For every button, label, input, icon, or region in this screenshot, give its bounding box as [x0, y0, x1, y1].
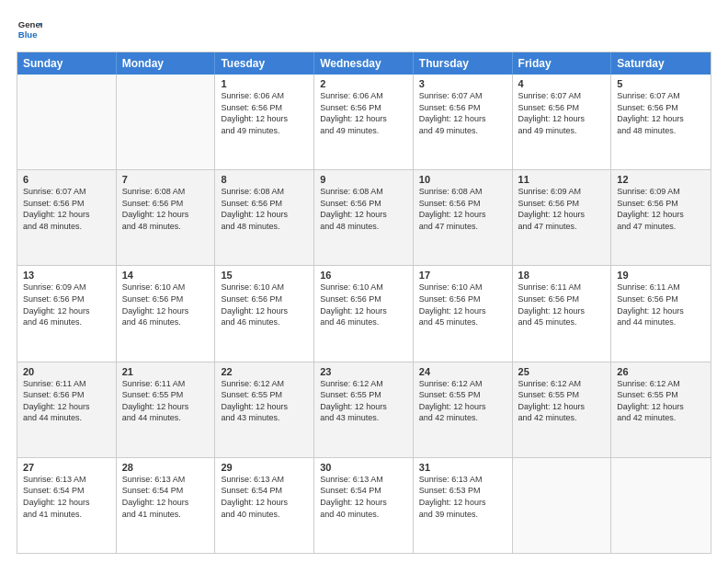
day-cell-14: 14Sunrise: 6:10 AM Sunset: 6:56 PM Dayli… — [117, 266, 216, 361]
calendar-row-4: 20Sunrise: 6:11 AM Sunset: 6:56 PM Dayli… — [17, 362, 711, 458]
day-info: Sunrise: 6:13 AM Sunset: 6:54 PM Dayligh… — [221, 474, 308, 520]
day-cell-4: 4Sunrise: 6:07 AM Sunset: 6:56 PM Daylig… — [513, 75, 612, 169]
day-number: 3 — [419, 78, 506, 89]
day-number: 28 — [122, 462, 210, 473]
day-number: 14 — [122, 270, 210, 281]
day-cell-7: 7Sunrise: 6:08 AM Sunset: 6:56 PM Daylig… — [117, 170, 216, 265]
day-cell-25: 25Sunrise: 6:12 AM Sunset: 6:55 PM Dayli… — [513, 362, 612, 457]
day-number: 20 — [23, 366, 110, 377]
header-cell-wednesday: Wednesday — [314, 52, 414, 75]
day-info: Sunrise: 6:12 AM Sunset: 6:55 PM Dayligh… — [221, 378, 308, 424]
day-info: Sunrise: 6:13 AM Sunset: 6:54 PM Dayligh… — [23, 474, 110, 520]
calendar-row-5: 27Sunrise: 6:13 AM Sunset: 6:54 PM Dayli… — [17, 458, 711, 553]
day-info: Sunrise: 6:06 AM Sunset: 6:56 PM Dayligh… — [221, 90, 308, 136]
day-info: Sunrise: 6:11 AM Sunset: 6:56 PM Dayligh… — [23, 378, 110, 424]
day-cell-29: 29Sunrise: 6:13 AM Sunset: 6:54 PM Dayli… — [215, 458, 314, 553]
day-number: 25 — [518, 366, 606, 377]
day-info: Sunrise: 6:12 AM Sunset: 6:55 PM Dayligh… — [518, 378, 606, 424]
day-cell-31: 31Sunrise: 6:13 AM Sunset: 6:53 PM Dayli… — [414, 458, 513, 553]
day-number: 6 — [23, 174, 110, 185]
day-info: Sunrise: 6:13 AM Sunset: 6:54 PM Dayligh… — [320, 474, 407, 520]
day-info: Sunrise: 6:09 AM Sunset: 6:56 PM Dayligh… — [23, 282, 110, 327]
day-info: Sunrise: 6:07 AM Sunset: 6:56 PM Dayligh… — [23, 186, 110, 232]
day-cell-27: 27Sunrise: 6:13 AM Sunset: 6:54 PM Dayli… — [17, 458, 117, 553]
day-cell-15: 15Sunrise: 6:10 AM Sunset: 6:56 PM Dayli… — [215, 266, 314, 361]
day-number: 8 — [221, 174, 308, 185]
day-cell-23: 23Sunrise: 6:12 AM Sunset: 6:55 PM Dayli… — [314, 362, 414, 457]
header-cell-monday: Monday — [117, 52, 216, 75]
day-cell-21: 21Sunrise: 6:11 AM Sunset: 6:55 PM Dayli… — [117, 362, 216, 457]
header-cell-sunday: Sunday — [17, 52, 117, 75]
day-info: Sunrise: 6:08 AM Sunset: 6:56 PM Dayligh… — [122, 186, 210, 232]
calendar-header: SundayMondayTuesdayWednesdayThursdayFrid… — [17, 52, 711, 75]
header-cell-thursday: Thursday — [414, 52, 513, 75]
day-cell-1: 1Sunrise: 6:06 AM Sunset: 6:56 PM Daylig… — [215, 75, 314, 169]
day-cell-28: 28Sunrise: 6:13 AM Sunset: 6:54 PM Dayli… — [117, 458, 216, 553]
day-info: Sunrise: 6:07 AM Sunset: 6:56 PM Dayligh… — [617, 90, 705, 136]
day-info: Sunrise: 6:10 AM Sunset: 6:56 PM Dayligh… — [320, 282, 407, 327]
svg-text:Blue: Blue — [18, 29, 38, 40]
empty-cell — [17, 75, 117, 169]
day-info: Sunrise: 6:07 AM Sunset: 6:56 PM Dayligh… — [518, 90, 606, 136]
day-info: Sunrise: 6:09 AM Sunset: 6:56 PM Dayligh… — [617, 186, 705, 232]
day-number: 31 — [419, 462, 506, 473]
day-cell-20: 20Sunrise: 6:11 AM Sunset: 6:56 PM Dayli… — [17, 362, 117, 457]
day-number: 26 — [617, 366, 705, 377]
page-header: General Blue — [17, 17, 711, 42]
day-info: Sunrise: 6:08 AM Sunset: 6:56 PM Dayligh… — [320, 186, 407, 232]
day-number: 7 — [122, 174, 210, 185]
header-cell-tuesday: Tuesday — [215, 52, 314, 75]
day-info: Sunrise: 6:07 AM Sunset: 6:56 PM Dayligh… — [419, 90, 506, 136]
day-cell-18: 18Sunrise: 6:11 AM Sunset: 6:56 PM Dayli… — [513, 266, 612, 361]
day-cell-3: 3Sunrise: 6:07 AM Sunset: 6:56 PM Daylig… — [414, 75, 513, 169]
day-number: 21 — [122, 366, 210, 377]
day-number: 29 — [221, 462, 308, 473]
day-info: Sunrise: 6:10 AM Sunset: 6:56 PM Dayligh… — [419, 282, 506, 327]
day-number: 12 — [617, 174, 705, 185]
day-info: Sunrise: 6:06 AM Sunset: 6:56 PM Dayligh… — [320, 90, 407, 136]
day-cell-11: 11Sunrise: 6:09 AM Sunset: 6:56 PM Dayli… — [513, 170, 612, 265]
day-cell-6: 6Sunrise: 6:07 AM Sunset: 6:56 PM Daylig… — [17, 170, 117, 265]
day-number: 1 — [221, 78, 308, 89]
day-cell-16: 16Sunrise: 6:10 AM Sunset: 6:56 PM Dayli… — [314, 266, 414, 361]
day-info: Sunrise: 6:13 AM Sunset: 6:54 PM Dayligh… — [122, 474, 210, 520]
day-cell-26: 26Sunrise: 6:12 AM Sunset: 6:55 PM Dayli… — [611, 362, 711, 457]
day-cell-8: 8Sunrise: 6:08 AM Sunset: 6:56 PM Daylig… — [215, 170, 314, 265]
svg-text:General: General — [18, 19, 42, 29]
empty-cell — [117, 75, 216, 169]
day-cell-17: 17Sunrise: 6:10 AM Sunset: 6:56 PM Dayli… — [414, 266, 513, 361]
day-number: 4 — [518, 78, 606, 89]
day-info: Sunrise: 6:10 AM Sunset: 6:56 PM Dayligh… — [122, 282, 210, 327]
logo: General Blue — [17, 17, 42, 42]
header-cell-saturday: Saturday — [611, 52, 711, 75]
day-cell-19: 19Sunrise: 6:11 AM Sunset: 6:56 PM Dayli… — [611, 266, 711, 361]
day-number: 11 — [518, 174, 606, 185]
day-number: 27 — [23, 462, 110, 473]
day-number: 13 — [23, 270, 110, 281]
day-number: 23 — [320, 366, 407, 377]
day-number: 15 — [221, 270, 308, 281]
day-info: Sunrise: 6:12 AM Sunset: 6:55 PM Dayligh… — [617, 378, 705, 424]
day-cell-22: 22Sunrise: 6:12 AM Sunset: 6:55 PM Dayli… — [215, 362, 314, 457]
calendar-row-2: 6Sunrise: 6:07 AM Sunset: 6:56 PM Daylig… — [17, 170, 711, 266]
day-info: Sunrise: 6:08 AM Sunset: 6:56 PM Dayligh… — [221, 186, 308, 232]
day-info: Sunrise: 6:13 AM Sunset: 6:53 PM Dayligh… — [419, 474, 506, 520]
day-number: 19 — [617, 270, 705, 281]
day-cell-2: 2Sunrise: 6:06 AM Sunset: 6:56 PM Daylig… — [314, 75, 414, 169]
day-number: 30 — [320, 462, 407, 473]
day-info: Sunrise: 6:10 AM Sunset: 6:56 PM Dayligh… — [221, 282, 308, 327]
day-number: 17 — [419, 270, 506, 281]
day-cell-13: 13Sunrise: 6:09 AM Sunset: 6:56 PM Dayli… — [17, 266, 117, 361]
day-number: 24 — [419, 366, 506, 377]
day-cell-9: 9Sunrise: 6:08 AM Sunset: 6:56 PM Daylig… — [314, 170, 414, 265]
day-number: 22 — [221, 366, 308, 377]
day-number: 5 — [617, 78, 705, 89]
header-cell-friday: Friday — [513, 52, 612, 75]
day-number: 9 — [320, 174, 407, 185]
day-cell-12: 12Sunrise: 6:09 AM Sunset: 6:56 PM Dayli… — [611, 170, 711, 265]
empty-cell — [513, 458, 612, 553]
day-info: Sunrise: 6:11 AM Sunset: 6:56 PM Dayligh… — [617, 282, 705, 327]
day-info: Sunrise: 6:11 AM Sunset: 6:56 PM Dayligh… — [518, 282, 606, 327]
day-info: Sunrise: 6:12 AM Sunset: 6:55 PM Dayligh… — [419, 378, 506, 424]
day-cell-24: 24Sunrise: 6:12 AM Sunset: 6:55 PM Dayli… — [414, 362, 513, 457]
